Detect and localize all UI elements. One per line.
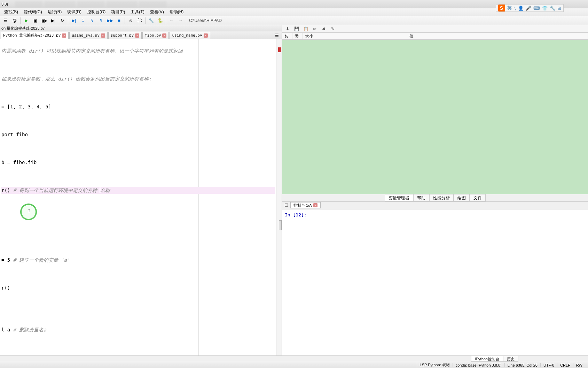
file-path-bar: on 量化编程基础-2023.py bbox=[0, 25, 282, 31]
status-conda[interactable]: conda: base (Python 3.8.8) bbox=[453, 363, 504, 367]
menu-project[interactable]: 项目(P) bbox=[108, 8, 128, 16]
python-path-button[interactable]: 🐍 bbox=[156, 17, 164, 24]
tab-fibo[interactable]: fibo.py × bbox=[142, 32, 169, 39]
code-text: = [1, 2, 3, 4, 5] bbox=[1, 104, 51, 109]
code-text: port fibo bbox=[1, 132, 28, 137]
stop-button[interactable]: ■ bbox=[115, 17, 123, 24]
editor-scrollbar[interactable] bbox=[276, 39, 282, 355]
tab-ipython-console[interactable]: IPython控制台 bbox=[471, 356, 503, 362]
ime-mic-icon[interactable]: 🎤 bbox=[526, 6, 531, 11]
tab-support[interactable]: support.py × bbox=[108, 32, 142, 39]
continue-button[interactable]: ▶▶ bbox=[106, 17, 114, 24]
debug-button[interactable]: ▶| bbox=[70, 17, 78, 24]
ime-lang[interactable]: 英 bbox=[507, 5, 512, 11]
remove-icon[interactable]: ✖ bbox=[321, 26, 327, 32]
var-col-value[interactable]: 值 bbox=[407, 33, 588, 39]
variable-toolbar: ⬇ 💾 📋 ✏ ✖ ↻ bbox=[282, 25, 588, 33]
status-encoding[interactable]: UTF-8 bbox=[540, 363, 557, 367]
save-as-icon[interactable]: 📋 bbox=[303, 26, 308, 32]
menu-run[interactable]: 运行(R) bbox=[45, 8, 65, 16]
save-icon[interactable]: 💾 bbox=[294, 26, 299, 32]
statusbar: LSP Python: 就绪 conda: base (Python 3.8.8… bbox=[0, 362, 588, 368]
step-over-button[interactable]: ⤵ bbox=[79, 17, 87, 24]
menu-console[interactable]: 控制台(O) bbox=[84, 8, 108, 16]
sogou-icon[interactable]: S bbox=[498, 5, 505, 12]
ime-skin-icon[interactable]: 👕 bbox=[542, 6, 548, 11]
close-icon[interactable]: × bbox=[135, 33, 139, 38]
tool-at-icon[interactable]: @ bbox=[10, 17, 19, 24]
console-menu-icon[interactable]: ☐ bbox=[283, 202, 289, 208]
console-output[interactable]: In [12]: bbox=[282, 209, 588, 356]
close-icon[interactable]: × bbox=[62, 33, 66, 38]
run-cell-advance-button[interactable]: ▣▸ bbox=[40, 17, 48, 24]
code-editor[interactable]: 内置的函数 dir() 可以找到模块内定义的所有名称。以一个字符串列表的形式返回… bbox=[0, 39, 282, 355]
tab-profiler[interactable]: 性能分析 bbox=[429, 194, 454, 201]
ime-user-icon[interactable]: 👤 bbox=[518, 6, 524, 11]
menu-view[interactable]: 查看(V) bbox=[147, 8, 167, 16]
run-cell-button[interactable]: ▣ bbox=[31, 17, 39, 24]
working-dir[interactable]: C:\Users\HIAPAD bbox=[189, 18, 222, 23]
erase-icon[interactable]: ✏ bbox=[312, 26, 317, 32]
code-text: = 5 bbox=[1, 257, 13, 263]
splitter-handle[interactable] bbox=[279, 220, 282, 230]
menu-debug[interactable]: 调试(D) bbox=[64, 8, 84, 16]
run-selection-button[interactable]: ▶| bbox=[49, 17, 57, 24]
ime-panel[interactable]: S 英 ‘, 👤 🎤 ⌨ 👕 🔧 ⊞ bbox=[496, 4, 564, 12]
status-lsp[interactable]: LSP Python: 就绪 bbox=[417, 362, 453, 368]
status-position[interactable]: Line 6365, Col 26 bbox=[504, 363, 540, 367]
var-col-type[interactable]: 类型 bbox=[292, 33, 303, 39]
toolbar: ☰ @ ▶ ▣ ▣▸ ▶| ↻ ▶| ⤵ ↳ ↰ ▶▶ ■ ⎋ ⛶ 🔧 🐍 ← … bbox=[0, 16, 588, 25]
tab-main-file[interactable]: Python 量化编程基础-2023.py × bbox=[1, 32, 69, 39]
tab-variable-explorer[interactable]: 变量管理器 bbox=[385, 194, 413, 201]
var-col-size[interactable]: 大小 bbox=[303, 33, 407, 39]
tab-using-name[interactable]: using_name.py × bbox=[170, 32, 210, 39]
menu-help[interactable]: 帮助(H) bbox=[167, 8, 187, 16]
menu-find[interactable]: 查找(S) bbox=[1, 8, 21, 16]
code-comment: # 建立一个新的变量 'a' bbox=[13, 257, 70, 263]
close-icon[interactable]: × bbox=[313, 203, 317, 207]
var-col-name[interactable]: 名称 bbox=[282, 33, 292, 39]
tab-files[interactable]: 文件 bbox=[470, 194, 486, 201]
tool-exit-icon[interactable]: ⎋ bbox=[126, 17, 135, 24]
editor-pane: on 量化编程基础-2023.py Python 量化编程基础-2023.py … bbox=[0, 25, 282, 355]
tab-history[interactable]: 历史 bbox=[503, 356, 518, 362]
refresh-icon[interactable]: ↻ bbox=[330, 26, 336, 32]
code-text: r() bbox=[1, 355, 10, 355]
tab-help[interactable]: 帮助 bbox=[413, 194, 429, 201]
rerun-button[interactable]: ↻ bbox=[58, 17, 66, 24]
menu-source[interactable]: 源代码(C) bbox=[21, 8, 45, 16]
code-comment: 内置的函数 dir() 可以找到模块内定义的所有名称。以一个字符串列表的形式返回 bbox=[1, 48, 183, 54]
status-rw[interactable]: RW bbox=[573, 363, 585, 367]
tab-plots[interactable]: 绘图 bbox=[454, 194, 470, 201]
status-eol[interactable]: CRLF bbox=[557, 363, 573, 367]
error-marker[interactable] bbox=[278, 47, 281, 52]
run-button[interactable]: ▶ bbox=[22, 17, 30, 24]
code-text: b = fibo.fib bbox=[1, 160, 37, 165]
tool-outline-icon[interactable]: ☰ bbox=[1, 17, 10, 24]
tool-maximize-icon[interactable]: ⛶ bbox=[135, 17, 144, 24]
step-out-button[interactable]: ↰ bbox=[97, 17, 105, 24]
editor-options-icon[interactable]: ☰ bbox=[273, 32, 281, 39]
variable-header: 名称 类型 大小 值 bbox=[282, 33, 588, 40]
ime-toolbox-icon[interactable]: 🔧 bbox=[550, 6, 555, 11]
forward-button[interactable]: → bbox=[177, 17, 185, 24]
close-icon[interactable]: × bbox=[101, 33, 105, 38]
code-comment: 如果没有给定参数，那么 dir() 函数会罗列出当前定义的所有名称: bbox=[1, 76, 151, 82]
editor-tabs: Python 量化编程基础-2023.py × using_sys.py × s… bbox=[0, 31, 282, 39]
menu-tools[interactable]: 工具(T) bbox=[128, 8, 147, 16]
import-icon[interactable]: ⬇ bbox=[285, 26, 290, 32]
step-into-button[interactable]: ↳ bbox=[88, 17, 96, 24]
ime-keyboard-icon[interactable]: ⌨ bbox=[533, 6, 540, 11]
variable-list[interactable] bbox=[282, 40, 588, 194]
code-comment: # 得到一个当前运行环境中定义的各种 bbox=[13, 187, 100, 193]
title-version: 3.8) bbox=[1, 2, 8, 6]
tab-using-sys[interactable]: using_sys.py × bbox=[69, 32, 107, 39]
bottom-tabs: IPython控制台 历史 bbox=[0, 355, 588, 362]
close-icon[interactable]: × bbox=[162, 33, 166, 38]
back-button[interactable]: ← bbox=[167, 17, 176, 24]
ime-punct[interactable]: ‘, bbox=[514, 6, 516, 11]
preferences-button[interactable]: 🔧 bbox=[147, 17, 155, 24]
console-tab-1[interactable]: 控制台 1/A × bbox=[290, 202, 321, 208]
close-icon[interactable]: × bbox=[204, 33, 208, 38]
ime-grid-icon[interactable]: ⊞ bbox=[557, 6, 561, 11]
